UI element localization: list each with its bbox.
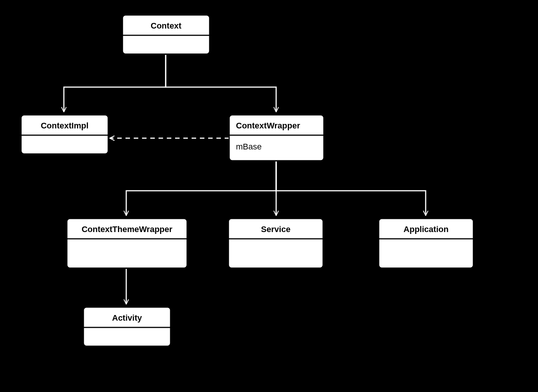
class-contextimpl-name: ContextImpl <box>41 121 88 130</box>
class-service: Service <box>228 219 323 268</box>
class-contextwrapper-attr-0: mBase <box>236 142 261 151</box>
class-contextwrapper-name: ContextWrapper <box>236 121 300 130</box>
class-activity: Activity <box>83 307 171 346</box>
class-application: Application <box>379 219 473 268</box>
class-activity-name: Activity <box>112 313 142 323</box>
class-contextwrapper: ContextWrapper mBase <box>229 115 324 161</box>
class-service-name: Service <box>261 225 290 234</box>
class-application-name: Application <box>404 225 449 234</box>
class-context: Context <box>122 15 210 54</box>
class-contextthemewrapper: ContextThemeWrapper <box>67 219 187 268</box>
class-contextimpl: ContextImpl <box>21 115 108 154</box>
class-context-name: Context <box>151 21 182 30</box>
class-contextthemewrapper-name: ContextThemeWrapper <box>82 225 172 234</box>
uml-class-diagram: Context ContextImpl ContextWrapper mBase… <box>0 0 538 392</box>
